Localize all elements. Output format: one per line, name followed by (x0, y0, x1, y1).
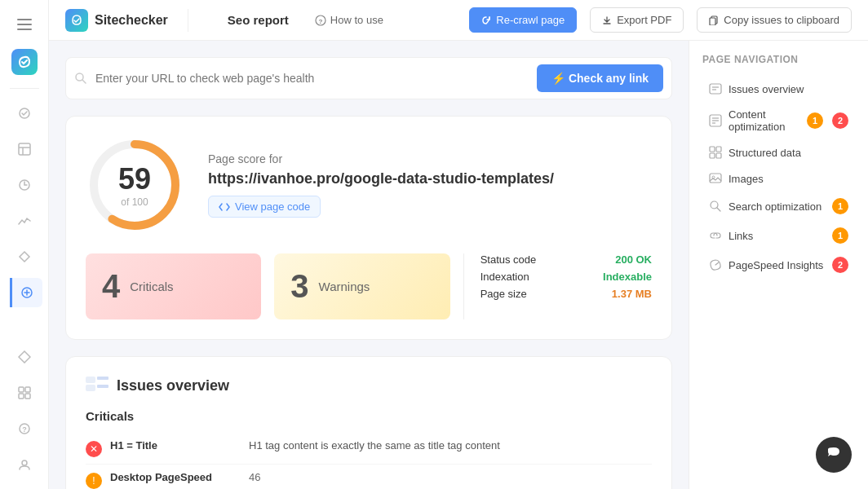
svg-rect-11 (19, 387, 24, 392)
url-check-bar: ⚡ Check any link (65, 57, 672, 99)
svg-rect-1 (17, 24, 32, 25)
sidebar-icon-diamond[interactable] (10, 342, 39, 372)
nav-item-issues[interactable]: Issues overview (702, 77, 855, 101)
svg-line-23 (82, 80, 86, 83)
score-of: of 100 (118, 196, 151, 208)
score-label: Page score for (208, 152, 652, 165)
issues-section: Issues overview Criticals ✕ H1 = Title H… (65, 356, 672, 489)
sidebar-icon-5[interactable] (10, 242, 39, 271)
issue-row-1: ! Desktop PageSpeed 46 (86, 465, 652, 489)
nav-icon-structured (709, 146, 722, 159)
logo-text: Sitechecker (95, 13, 168, 28)
sidebar-icon-user[interactable] (10, 450, 39, 479)
issue-icon-0: ✕ (86, 441, 102, 457)
indexation-label: Indexation (480, 271, 529, 283)
score-card: 59 of 100 Page score for https://ivanhoe… (65, 116, 672, 340)
svg-rect-12 (25, 387, 30, 392)
howto-link[interactable]: ? How to use (315, 14, 383, 26)
issues-icon (86, 377, 108, 394)
nav-item-pagespeed[interactable]: PageSpeed Insights 2 (702, 251, 855, 279)
stats-row: 4 Criticals 3 Warnings Status code 200 O… (86, 253, 652, 319)
nav-item-search[interactable]: Search optimization 1 (702, 192, 855, 220)
issue-row-0: ✕ H1 = Title H1 tag content is exactly t… (86, 433, 652, 465)
copy-button[interactable]: Copy issues to clipboard (697, 7, 852, 33)
warnings-card: 3 Warnings (274, 253, 450, 319)
indexation-val: Indexable (603, 271, 652, 283)
svg-rect-4 (19, 143, 30, 155)
sidebar-icon-3[interactable] (10, 170, 39, 200)
logo-icon (65, 9, 88, 32)
sidebar-icon-grid[interactable] (10, 378, 39, 408)
svg-rect-37 (710, 147, 715, 152)
logo[interactable]: Sitechecker (65, 9, 168, 32)
issue-name-1: Desktop PageSpeed (110, 471, 241, 483)
nav-label-issues: Issues overview (728, 83, 848, 95)
nav-item-content[interactable]: Content optimization 1 2 (702, 103, 855, 139)
svg-rect-27 (97, 377, 108, 380)
copy-label: Copy issues to clipboard (724, 14, 839, 26)
recrawl-label: Re-crawl page (496, 14, 565, 26)
nav-label-content: Content optimization (728, 108, 800, 133)
nav-item-links[interactable]: Links 1 (702, 222, 855, 249)
svg-rect-29 (97, 385, 108, 388)
score-value: 59 (118, 162, 151, 196)
nav-badge-content-2: 2 (832, 112, 848, 129)
issues-title: Issues overview (117, 377, 229, 394)
nav-item-structured[interactable]: Structured data (702, 140, 855, 165)
stat-indexation: Indexation Indexable (480, 271, 652, 283)
nav-label-pagespeed: PageSpeed Insights (728, 259, 826, 271)
sidebar-icon-add[interactable] (10, 278, 42, 307)
issue-desc-0: H1 tag content is exactly the same as ti… (249, 439, 652, 452)
sidebar-icon-4[interactable] (10, 206, 39, 236)
sidebar-menu-icon[interactable] (10, 10, 39, 39)
export-button[interactable]: Export PDF (590, 7, 684, 33)
svg-rect-38 (716, 147, 721, 152)
url-input[interactable] (95, 72, 529, 85)
criticals-card: 4 Criticals (86, 253, 261, 319)
view-code-label: View page code (235, 200, 310, 213)
svg-text:?: ? (318, 17, 322, 24)
nav-badge-search: 1 (832, 198, 848, 214)
score-info: Page score for https://ivanhoe.pro/googl… (208, 152, 652, 218)
issue-name-0: H1 = Title (110, 439, 241, 452)
nav-icon-search (709, 200, 722, 213)
svg-rect-26 (86, 377, 95, 383)
export-label: Export PDF (617, 14, 671, 26)
nav-badge-pagespeed: 2 (832, 257, 848, 273)
check-btn-label: ⚡ Check any link (551, 72, 649, 85)
svg-point-17 (22, 460, 27, 465)
view-code-button[interactable]: View page code (208, 196, 321, 218)
svg-rect-41 (710, 174, 721, 183)
svg-text:?: ? (22, 425, 27, 434)
check-btn[interactable]: ⚡ Check any link (537, 64, 663, 92)
sidebar-icon-1[interactable] (10, 99, 39, 128)
issue-icon-1: ! (86, 473, 102, 489)
svg-rect-40 (716, 153, 721, 158)
score-circle: 59 of 100 (86, 136, 184, 234)
warnings-num: 3 (290, 268, 308, 305)
sitechecker-logo-icon[interactable] (11, 49, 38, 75)
nav-badge-content-1: 1 (807, 112, 823, 129)
nav-item-images[interactable]: Images (702, 166, 855, 191)
recrawl-button[interactable]: Re-crawl page (469, 7, 577, 33)
warnings-label: Warnings (319, 280, 370, 293)
stat-details: Status code 200 OK Indexation Indexable … (463, 253, 652, 319)
nav-label-links: Links (728, 230, 826, 242)
status-code-val: 200 OK (615, 253, 652, 266)
topnav: Sitechecker Seo report ? How to use Re-c… (49, 0, 868, 41)
svg-rect-2 (17, 29, 32, 30)
svg-rect-13 (19, 394, 24, 399)
nav-icon-content (709, 114, 722, 127)
issue-val-1: 46 (249, 471, 290, 483)
svg-rect-0 (17, 19, 32, 20)
chat-button[interactable] (816, 437, 852, 473)
sidebar-icon-2[interactable] (10, 134, 39, 164)
nav-badge-links: 1 (832, 227, 848, 244)
right-nav: Page navigation Issues overview Content … (689, 41, 868, 489)
issues-header: Issues overview (86, 377, 652, 394)
stat-page-size: Page size 1.37 MB (480, 288, 652, 300)
sidebar-icon-help[interactable]: ? (10, 414, 39, 443)
sidebar: ? (0, 0, 49, 489)
svg-point-42 (712, 176, 715, 178)
svg-line-44 (717, 208, 720, 211)
